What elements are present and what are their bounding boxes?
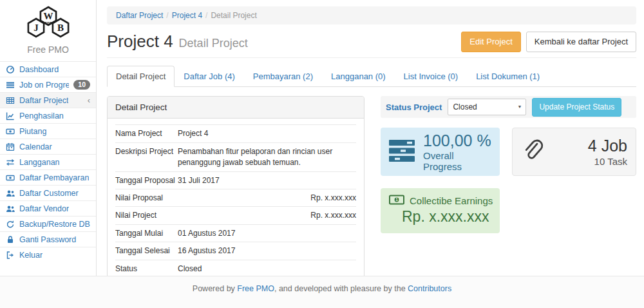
users-icon: [6, 189, 15, 198]
table-row-tanggal-proposal: Tanggal Proposal 31 Juli 2017: [115, 172, 356, 189]
content-area: Daftar Project/Project 4/Detail Project …: [97, 0, 644, 276]
page-subtitle: Detail Project: [179, 37, 248, 50]
detail-table: Nama Project Project 4 Deskripsi Project…: [115, 124, 356, 294]
contributors-link[interactable]: Contributors: [408, 284, 451, 293]
lock-icon: [6, 235, 15, 244]
svg-text:B: B: [57, 23, 63, 33]
page-title: Project 4: [107, 32, 173, 52]
tab-list-invoice[interactable]: List Invoice (0): [395, 66, 468, 87]
chevron-left-icon: ‹: [88, 96, 90, 104]
status-project-bar: Status Project Closed ▼ Update Project S…: [381, 96, 636, 118]
sidebar: J W B .com Free PMO Dashboard Job on Pro…: [0, 0, 97, 276]
table-icon: [6, 96, 15, 105]
sidebar-item-job-on-progress[interactable]: Job on Progress 10: [0, 77, 96, 92]
table-row-nama-project: Nama Project Project 4: [115, 125, 356, 142]
sidebar-item-calendar[interactable]: Calendar: [0, 139, 96, 154]
sign-out-icon: [6, 251, 15, 260]
job-count-badge: 10: [73, 80, 90, 90]
sidebar-item-daftar-vendor[interactable]: Daftar Vendor: [0, 200, 96, 216]
sidebar-item-keluar[interactable]: Keluar: [0, 247, 96, 262]
dashboard-icon: [6, 65, 15, 74]
sidebar-item-ganti-password[interactable]: Ganti Password: [0, 231, 96, 247]
tab-bar: Detail Project Daftar Job (4) Pembayaran…: [107, 66, 636, 87]
collectible-earnings-box: 1 Collectibe Earnings Rp. x.xxx.xxx: [381, 188, 500, 233]
svg-text:.com: .com: [43, 21, 53, 25]
tasks-icon: [389, 139, 415, 164]
sidebar-item-langganan[interactable]: Langganan: [0, 154, 96, 169]
edit-project-button[interactable]: Edit Project: [461, 32, 520, 52]
job-count-value: 4 Job: [588, 137, 627, 155]
list-icon: [6, 81, 15, 90]
retweet-icon: [6, 158, 15, 167]
main-row: J W B .com Free PMO Dashboard Job on Pro…: [0, 0, 644, 276]
sidebar-item-backup-restore-db[interactable]: Backup/Restore DB: [0, 216, 96, 231]
tab-pembayaran[interactable]: Pembayaran (2): [244, 66, 322, 87]
money-icon: [6, 127, 15, 136]
table-row-nilai-project: Nilai Project Rp. x.xxx.xxx: [115, 207, 356, 224]
status-select-wrap: Closed ▼: [448, 99, 526, 115]
jwb-logo-icon: J W B .com: [21, 34, 76, 43]
tab-langganan[interactable]: Langganan (0): [322, 66, 395, 87]
tab-detail-project[interactable]: Detail Project: [107, 66, 175, 87]
free-pmo-link[interactable]: Free PMO: [237, 284, 274, 293]
overall-progress-box: 100,00 % Overall Progress: [381, 128, 500, 176]
breadcrumb: Daftar Project/Project 4/Detail Project: [107, 6, 636, 24]
job-count-box: 4 Job 10 Task: [512, 128, 636, 176]
page-header: Project 4 Detail Project Edit Project Ke…: [107, 32, 636, 58]
right-column: Status Project Closed ▼ Update Project S…: [381, 96, 636, 233]
progress-caption: Overall Progress: [423, 150, 491, 172]
back-to-project-list-button[interactable]: Kembali ke daftar Project: [526, 32, 636, 52]
table-row-tanggal-selesai: Tanggal Selesai 16 Agustus 2017: [115, 242, 356, 260]
tab-list-dokumen[interactable]: List Dokumen (1): [467, 66, 549, 87]
table-row-nilai-proposal: Nilai Proposal Rp. x.xxx.xxx: [115, 189, 356, 207]
line-chart-icon: [6, 111, 15, 120]
status-project-label: Status Project: [386, 102, 442, 112]
sidebar-item-daftar-pembayaran[interactable]: Daftar Pembayaran: [0, 169, 96, 185]
app-name: Free PMO: [0, 44, 96, 55]
table-row-tanggal-mulai: Tanggal Mulai 01 Agustus 2017: [115, 225, 356, 242]
paperclip-icon: [521, 137, 545, 167]
breadcrumb-daftar-project[interactable]: Daftar Project: [116, 11, 163, 20]
sidebar-item-daftar-customer[interactable]: Daftar Customer: [0, 185, 96, 200]
earnings-caption: Collectibe Earnings: [410, 195, 493, 206]
svg-text:1: 1: [395, 198, 398, 202]
task-count-value: 10 Task: [588, 156, 627, 167]
panel-title: Detail Project: [108, 97, 364, 119]
tab-content: Detail Project Nama Project Project 4 De…: [107, 96, 636, 300]
sidebar-item-daftar-project[interactable]: Daftar Project ‹: [0, 92, 96, 108]
app-window: J W B .com Free PMO Dashboard Job on Pro…: [0, 0, 644, 308]
sidebar-item-piutang[interactable]: Piutang: [0, 123, 96, 139]
sidebar-item-penghasilan[interactable]: Penghasilan: [0, 108, 96, 123]
breadcrumb-project-4[interactable]: Project 4: [172, 11, 202, 20]
sidebar-item-dashboard[interactable]: Dashboard: [0, 61, 96, 77]
detail-project-panel: Detail Project Nama Project Project 4 De…: [107, 96, 365, 300]
money-icon: [6, 173, 15, 182]
footer: Powered by Free PMO, and developed with …: [0, 276, 644, 308]
tab-daftar-job[interactable]: Daftar Job (4): [175, 66, 243, 87]
breadcrumb-current: Detail Project: [211, 11, 256, 20]
stat-boxes-row: 100,00 % Overall Progress 4: [381, 128, 636, 176]
progress-value: 100,00 %: [423, 132, 491, 150]
table-row-status: Status Closed: [115, 260, 356, 278]
svg-text:J: J: [33, 23, 39, 33]
logo[interactable]: J W B .com Free PMO: [0, 0, 96, 61]
users-icon: [6, 204, 15, 213]
update-project-status-button[interactable]: Update Project Status: [532, 98, 621, 117]
calendar-icon: [6, 142, 15, 151]
banknote-icon: 1: [389, 195, 404, 207]
earnings-value: Rp. x.xxx.xxx: [402, 208, 491, 226]
status-select[interactable]: Closed: [448, 99, 526, 115]
table-row-deskripsi-project: Deskripsi Project Penambahan fitur pelap…: [115, 143, 356, 172]
refresh-icon: [6, 220, 15, 229]
